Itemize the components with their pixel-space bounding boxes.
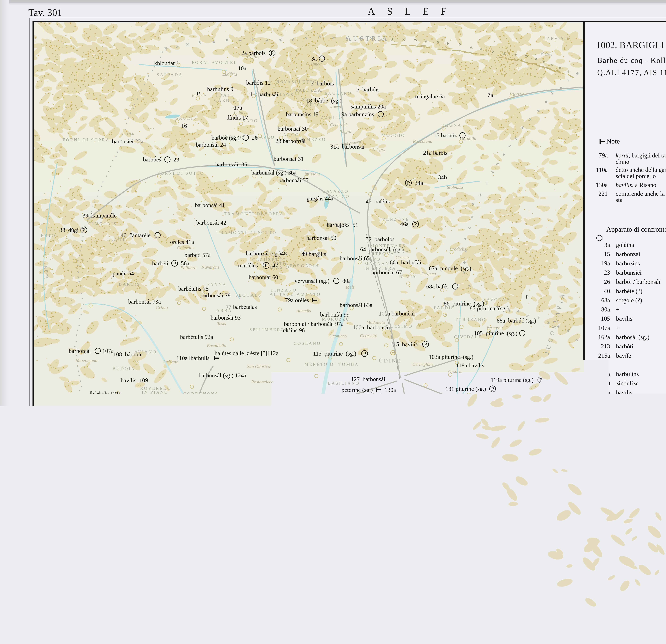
svg-text:206: 206 — [362, 500, 372, 506]
svg-text:barbuzíns: barbuzíns — [616, 260, 640, 267]
svg-text:80a: 80a — [601, 306, 610, 313]
svg-text:Mezzomonte: Mezzomonte — [75, 358, 98, 363]
svg-text:Sedrano: Sedrano — [163, 359, 178, 364]
svg-text:barbunsíns 19: barbunsíns 19 — [286, 111, 319, 118]
svg-text:barbonśái 83a: barbonśái 83a — [340, 302, 372, 308]
svg-text:118a bavílis: 118a bavílis — [456, 362, 484, 369]
svg-text:103a pituríne (sg.): 103a pituríne (sg.) — [429, 354, 473, 360]
svg-text:2a barbóis: 2a barbóis — [241, 50, 267, 56]
svg-text:ASLEF: ASLEF — [368, 5, 458, 17]
svg-text:barbonsái 78: barbonsái 78 — [200, 292, 231, 299]
svg-text:105 pituríne (sg.): 105 pituríne (sg.) — [474, 330, 518, 337]
svg-text:70: 70 — [604, 380, 610, 387]
svg-text:195 bavílis: 195 bavílis — [428, 491, 454, 498]
svg-text:AL TAGLIAMENTO: AL TAGLIAMENTO — [200, 441, 251, 445]
svg-text:TORREANO: TORREANO — [455, 317, 486, 322]
svg-text:164a: 164a — [355, 427, 368, 433]
svg-text:144a koráis: 144a koráis — [298, 398, 325, 405]
svg-text:138: 138 — [601, 408, 610, 414]
svg-text:sta: sta — [616, 196, 623, 203]
svg-text:10a: 10a — [238, 65, 246, 72]
svg-text:119a piturína (sg.): 119a piturína (sg.) — [491, 377, 535, 383]
svg-text:barbulíns: barbulíns — [616, 371, 639, 377]
svg-text:176 koráiś: 176 koráiś — [292, 442, 318, 448]
svg-text:barbonзái 31: barbonзái 31 — [274, 156, 304, 162]
svg-text:172: 172 — [176, 467, 186, 473]
svg-text:28 barbonзái: 28 barbonзái — [276, 138, 305, 144]
svg-text:155 ſĝárbilis: 155 ſĝárbilis — [499, 434, 530, 440]
svg-text:MANSUE’: MANSUE’ — [111, 493, 138, 498]
svg-text:Flumignano: Flumignano — [361, 434, 384, 439]
svg-text:barbonſái 60: barbonſái 60 — [249, 274, 278, 281]
svg-text:barbusiéi 22a: barbusiéi 22a — [112, 138, 143, 145]
svg-text:barbéte (?): barbéte (?) — [616, 288, 643, 294]
svg-text:134a babȷilis: 134a babȷilis — [485, 399, 514, 406]
svg-text:barbṍeś: barbṍeś — [143, 156, 163, 163]
svg-text:3a: 3a — [604, 242, 610, 248]
svg-text:Note: Note — [606, 137, 620, 145]
svg-text:CERVIGNANO: CERVIGNANO — [436, 487, 474, 491]
svg-text:CÁRNICO: CÁRNICO — [214, 98, 241, 103]
svg-text:FORGARIA: FORGARIA — [290, 264, 319, 268]
svg-text:barbonsái 50: barbonsái 50 — [306, 235, 336, 241]
svg-text:+: + — [616, 324, 619, 331]
svg-text:214 bavílis: 214 bavílis — [467, 505, 494, 511]
svg-text:CORMONS: CORMONS — [480, 414, 509, 419]
svg-text:174: 174 — [251, 461, 260, 467]
svg-text:barbonćál (sg.) 36a: barbonćál (sg.) 36a — [251, 169, 296, 176]
svg-text:petoríne (sg.): petoríne (sg.) — [341, 387, 374, 393]
svg-text:barbonsái 41: barbonsái 41 — [195, 202, 225, 209]
svg-text:107a: 107a — [598, 324, 610, 331]
svg-text:49 barĝílis: 49 barĝílis — [301, 251, 326, 257]
svg-text:11 barbuśái: 11 barbuśái — [250, 91, 278, 97]
svg-text:SAN STINO DI LIVENZA: SAN STINO DI LIVENZA — [151, 539, 218, 544]
svg-text:162a balútiś dal kuél: 162a balútiś dal kuél — [277, 433, 327, 439]
svg-text:Aonedis: Aonedis — [296, 308, 311, 313]
svg-text:223: 223 — [599, 610, 608, 617]
svg-text:Ludária: Ludária — [222, 72, 237, 76]
svg-text:146a bavílis: 146a bavílis — [386, 403, 415, 410]
svg-text:9a: 9a — [604, 371, 610, 377]
svg-text:AL TAGLIAMENTO: AL TAGLIAMENTO — [269, 292, 321, 297]
svg-text:barbonšál 24: barbonšál 24 — [196, 142, 226, 148]
svg-text:3a: 3a — [311, 55, 318, 62]
svg-text:113 pituríne (sg.): 113 pituríne (sg.) — [313, 350, 359, 357]
svg-text:chino: chino — [616, 158, 629, 165]
svg-text:TRIESTE: TRIESTE — [574, 588, 603, 594]
svg-text:Straccis: Straccis — [240, 446, 255, 451]
svg-text:CORDOVADO: CORDOVADO — [239, 475, 275, 480]
svg-text:21a bárbis: 21a bárbis — [423, 149, 448, 156]
svg-text:gargáis 44a: gargáis 44a — [306, 195, 333, 202]
svg-text:panéi 54: panéi 54 — [112, 270, 134, 277]
svg-text:Chievolis: Chievolis — [177, 245, 194, 250]
svg-text:bavílis 167a: bavílis 167a — [405, 433, 433, 439]
svg-text:barbunsái 175a: barbunsái 175a — [220, 452, 256, 459]
svg-text:211: 211 — [354, 517, 363, 524]
svg-text:barbonзái 30: barbonзái 30 — [278, 126, 308, 132]
svg-text:Stolvizza: Stolvizza — [447, 185, 463, 190]
svg-text:barbonsái 65: barbonsái 65 — [340, 255, 370, 262]
svg-text:177 balútiz: 177 balútiz — [325, 454, 352, 460]
svg-text:PAULARO: PAULARO — [325, 91, 352, 96]
svg-text:bárboˆe 187: bárboˆe 187 — [87, 484, 115, 491]
svg-text:fior: fior — [574, 579, 583, 586]
svg-text:SEQUALS: SEQUALS — [235, 293, 262, 298]
svg-text:115 bavílis: 115 bavílis — [390, 341, 421, 347]
svg-text:barbóis 12: barbóis 12 — [246, 79, 271, 86]
svg-text:Tav. 301: Tav. 301 — [28, 7, 62, 18]
svg-text:110a: 110a — [596, 166, 608, 173]
svg-text:23: 23 — [172, 156, 179, 163]
svg-text:213: 213 — [439, 566, 449, 572]
svg-text:169a bavįlis: 169a bavįlis — [470, 440, 498, 447]
svg-text:bavílis: bavílis — [335, 500, 352, 506]
svg-text:Cergneu: Cergneu — [421, 271, 436, 276]
svg-text:RIVIGNANO: RIVIGNANO — [311, 460, 344, 465]
svg-text:Cerneglóns: Cerneglóns — [413, 362, 433, 367]
svg-text:Lugugnana: Lugugnana — [277, 538, 298, 543]
svg-text:SAPPADA: SAPPADA — [157, 72, 183, 77]
svg-text:138: 138 — [530, 421, 539, 428]
svg-text:15: 15 — [604, 251, 610, 257]
svg-text:Q.ALI 4177, AIS 1127 Cp.: Q.ALI 4177, AIS 1127 Cp. — [597, 68, 666, 77]
svg-text:scia del porcello: scia del porcello — [616, 173, 656, 179]
svg-text:56a: 56a — [179, 260, 189, 267]
